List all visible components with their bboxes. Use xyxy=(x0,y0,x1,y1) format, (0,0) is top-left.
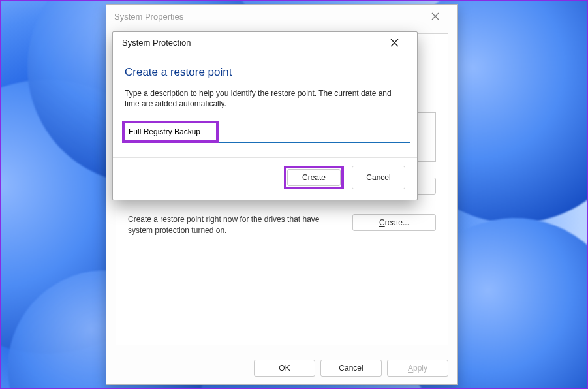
ok-button[interactable]: OK xyxy=(254,360,315,377)
create-button[interactable]: Create xyxy=(287,169,341,186)
sysprops-titlebar: System Properties xyxy=(106,5,457,28)
cancel-button[interactable]: Cancel xyxy=(320,360,382,377)
description-input-highlight xyxy=(122,121,219,143)
create-restore-point-dialog: System Protection Create a restore point… xyxy=(112,31,418,200)
modal-heading: Create a restore point xyxy=(125,66,405,79)
create-button-highlight: Create xyxy=(284,166,344,189)
modal-helptext: Type a description to help you identify … xyxy=(125,88,405,109)
apply-button: Apply xyxy=(387,360,448,377)
create-restore-point-button[interactable]: Create... xyxy=(352,214,436,231)
close-icon[interactable] xyxy=(380,34,408,52)
cancel-button[interactable]: Cancel xyxy=(352,166,405,189)
close-icon[interactable] xyxy=(421,7,450,26)
restore-point-description-input[interactable] xyxy=(125,123,212,140)
modal-title: System Protection xyxy=(122,38,191,48)
create-description: Create a restore point right now for the… xyxy=(128,214,341,235)
modal-titlebar: System Protection xyxy=(113,32,417,54)
dialog-button-row: OK Cancel Apply xyxy=(254,360,448,377)
sysprops-title: System Properties xyxy=(114,12,183,22)
